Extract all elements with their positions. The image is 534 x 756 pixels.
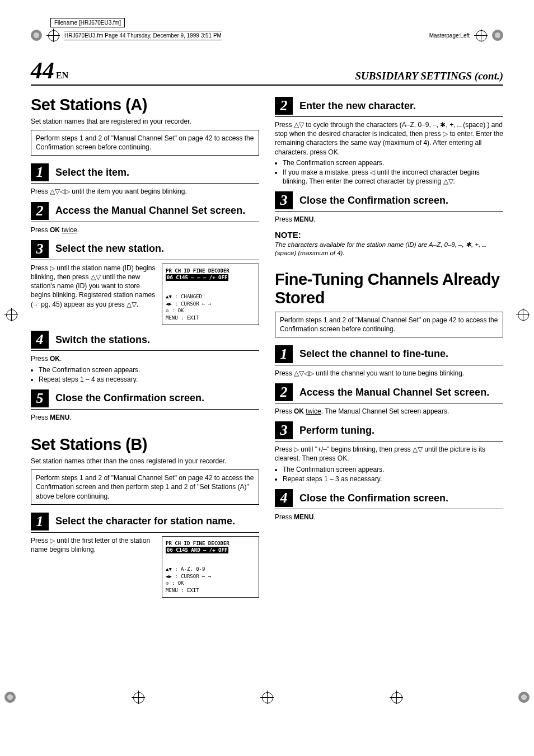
step-body: Press ▷ until the station name (ID) begi… xyxy=(31,264,156,309)
osd-screenshot: PR CH ID FINE DECODER 06 C145 — — – /+ O… xyxy=(162,264,259,326)
step: 4 Switch the stations. Press OK. The Con… xyxy=(31,331,259,384)
step-title: Enter the new character. xyxy=(299,100,416,112)
crop-mark-icon xyxy=(474,29,488,42)
step: 1 Select the character for station name.… xyxy=(31,513,259,598)
section-a-title: Set Stations (A) xyxy=(31,96,259,114)
step-title: Access the Manual Channel Set screen. xyxy=(55,205,245,217)
step-body: Press OK twice. xyxy=(31,226,259,234)
masterpage-label: Masterpage:Left xyxy=(429,32,470,39)
step: 1 Select the item. Press △▽◁▷ until the … xyxy=(31,163,259,196)
list-item: The Confirmation screen appears. xyxy=(283,465,503,474)
step-body: Press OK twice. The Manual Channel Set s… xyxy=(275,407,503,416)
step: 1 Select the channel to fine-tune. Press… xyxy=(275,345,503,378)
step-title: Select the item. xyxy=(55,167,129,179)
step: 2 Access the Manual Channel Set screen. … xyxy=(31,202,259,234)
page-number: 44 xyxy=(31,58,54,83)
list-item: The Confirmation screen appears. xyxy=(39,365,259,374)
section-b-intro: Set station names other than the ones re… xyxy=(31,457,259,465)
crop-circle-icon xyxy=(492,30,503,41)
section-b-box: Perform steps 1 and 2 of "Manual Channel… xyxy=(31,469,259,505)
step-body: Press MENU. xyxy=(275,215,503,224)
step-body: Press MENU. xyxy=(31,413,259,422)
step-number: 3 xyxy=(275,191,293,209)
step-body: Press △▽ to cycle through the characters… xyxy=(275,120,503,186)
right-column: 2 Enter the new character. Press △▽ to c… xyxy=(275,91,503,601)
step-title: Switch the stations. xyxy=(55,334,150,346)
step: 4 Close the Confirmation screen. Press M… xyxy=(275,489,503,522)
step-title: Select the new station. xyxy=(55,243,164,255)
step-number: 1 xyxy=(275,345,293,363)
step-body: Press ▷ until "+/–" begins blinking, the… xyxy=(275,445,503,483)
section-a-intro: Set station names that are registered in… xyxy=(31,118,259,125)
step-number: 4 xyxy=(275,489,293,507)
crop-circle-icon xyxy=(31,30,42,41)
list-item: The Confirmation screen appears. xyxy=(283,158,503,167)
step-number: 2 xyxy=(275,383,293,401)
running-title: SUBSIDIARY SETTINGS (cont.) xyxy=(355,70,503,82)
page-suffix: EN xyxy=(56,71,68,80)
step-title: Perform tuning. xyxy=(299,425,374,436)
step: 2 Enter the new character. Press △▽ to c… xyxy=(275,97,503,186)
left-column: Set Stations (A) Set station names that … xyxy=(31,91,259,601)
crop-mark-icon xyxy=(46,29,60,42)
step-number: 4 xyxy=(31,331,49,349)
step-number: 2 xyxy=(275,97,293,115)
osd-screenshot: PR CH ID FINE DECODER 06 C145 ARD – /+ O… xyxy=(162,536,259,598)
step-number: 3 xyxy=(275,421,293,439)
page-header: 44EN SUBSIDIARY SETTINGS (cont.) xyxy=(31,59,503,86)
fine-tuning-title: Fine-Tuning Channels Already Stored xyxy=(275,270,503,307)
step: 3 Select the new station. Press ▷ until … xyxy=(31,240,259,326)
step-body: Press OK. The Confirmation screen appear… xyxy=(31,354,259,384)
step-number: 2 xyxy=(31,202,49,220)
step-body: Press MENU. xyxy=(275,513,503,522)
step-title: Select the character for station name. xyxy=(55,515,235,527)
crop-mark-icon xyxy=(132,691,145,704)
step-number: 1 xyxy=(31,163,49,181)
list-item: If you make a mistake, press ◁ until the… xyxy=(283,168,503,186)
step-number: 5 xyxy=(31,389,49,407)
list-item: Repeat steps 1 – 4 as necessary. xyxy=(39,375,259,384)
step: 3 Close the Confirmation screen. Press M… xyxy=(275,191,503,224)
section-b-title: Set Stations (B) xyxy=(31,435,259,454)
step-number: 3 xyxy=(31,240,49,258)
step-title: Close the Confirmation screen. xyxy=(299,195,448,206)
step-number: 1 xyxy=(31,513,49,530)
crop-mark-icon xyxy=(260,691,274,704)
step-title: Access the Manual Channel Set screen. xyxy=(299,387,489,398)
step-title: Close the Confirmation screen. xyxy=(299,492,448,504)
crop-mark-icon xyxy=(516,308,530,321)
step-body: Press ▷ until the first letter of the st… xyxy=(31,536,156,554)
crop-circle-icon xyxy=(4,692,16,703)
step: 2 Access the Manual Channel Set screen. … xyxy=(275,383,503,416)
fine-tuning-box: Perform steps 1 and 2 of "Manual Channel… xyxy=(275,312,503,337)
topbar: HRJ670EU3.fm Page 44 Thursday, December … xyxy=(31,29,503,42)
step-title: Select the channel to fine-tune. xyxy=(299,348,448,360)
filename-box: Filename [HRJ670EU3.fm] xyxy=(50,18,125,27)
step: 5 Close the Confirmation screen. Press M… xyxy=(31,389,259,422)
step-body: Press △▽◁▷ until the channel you want to… xyxy=(275,369,503,378)
crop-mark-icon xyxy=(390,691,403,704)
crop-circle-icon xyxy=(518,692,530,703)
step-title: Close the Confirmation screen. xyxy=(55,392,204,404)
step: 3 Perform tuning. Press ▷ until "+/–" be… xyxy=(275,421,503,483)
step-body: Press △▽◁▷ until the item you want begin… xyxy=(31,187,259,196)
crop-mark-icon xyxy=(4,308,18,321)
note-heading: NOTE: xyxy=(275,230,503,240)
section-a-box: Perform steps 1 and 2 of "Manual Channel… xyxy=(31,130,259,156)
note-body: The characters available for the station… xyxy=(275,241,503,258)
run-header: HRJ670EU3.fm Page 44 Thursday, December … xyxy=(64,32,222,39)
list-item: Repeat steps 1 – 3 as necessary. xyxy=(283,475,503,483)
